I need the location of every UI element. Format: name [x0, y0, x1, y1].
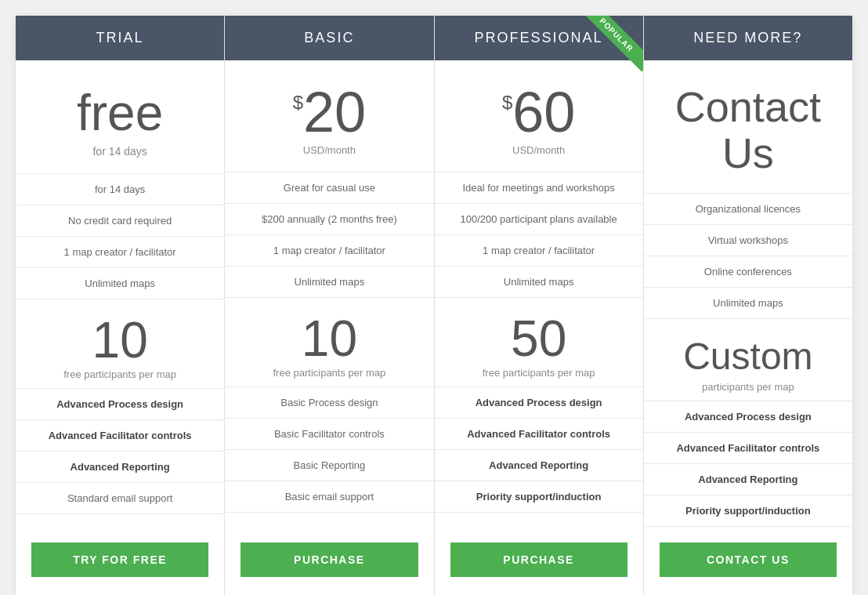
features-top-enterprise: Organizational licencesVirtual workshops…: [644, 194, 852, 319]
plan-price-basic: $ 20 USD/month: [225, 60, 433, 172]
price-currency: $: [293, 93, 303, 112]
feature-item: Basic email support: [225, 481, 433, 513]
features-top-trial: for 14 daysNo credit card required1 map …: [16, 174, 224, 299]
price-unit: USD/month: [233, 144, 425, 156]
plan-header-basic: BASIC: [225, 16, 433, 60]
participants-basic: 10free participants per map: [225, 298, 433, 387]
participants-trial: 10free participants per map: [16, 299, 224, 389]
plan-header-trial: TRIAL: [16, 16, 224, 60]
feature-item: Unlimited maps: [644, 288, 852, 319]
feature-item: Advanced Facilitator controls: [644, 433, 852, 464]
feature-item: 1 map creator / facilitator: [16, 237, 224, 268]
plan-footer-professional: PURCHASE: [435, 527, 643, 595]
participants-number: 10: [24, 315, 216, 365]
feature-item: 100/200 participant plans available: [435, 204, 643, 235]
feature-item: 1 map creator / facilitator: [225, 235, 433, 267]
feature-item: Priority support/induction: [644, 495, 852, 527]
participants-number: 50: [443, 314, 635, 364]
feature-item: Online conferences: [644, 256, 852, 288]
participants-label: free participants per map: [443, 367, 635, 379]
plan-price-trial: freefor 14 days: [16, 60, 224, 174]
feature-item: Organizational licences: [644, 194, 852, 225]
feature-item: Advanced Process design: [16, 389, 224, 420]
plan-footer-enterprise: CONTACT US: [644, 527, 852, 595]
feature-item: No credit card required: [16, 205, 224, 237]
participants-enterprise: Customparticipants per map: [644, 319, 852, 401]
participants-number: 10: [233, 314, 425, 364]
feature-item: Advanced Facilitator controls: [435, 419, 643, 450]
feature-item: Basic Reporting: [225, 450, 433, 481]
feature-item: Advanced Facilitator controls: [16, 420, 224, 452]
price-currency: $: [502, 93, 512, 112]
price-value: $ 20: [233, 84, 425, 140]
participants-number: Custom: [652, 335, 844, 378]
features-bottom-basic: Basic Process designBasic Facilitator co…: [225, 387, 433, 513]
price-sub: for 14 days: [24, 145, 216, 158]
feature-item: Priority support/induction: [435, 481, 643, 513]
feature-item: Standard email support: [16, 483, 224, 514]
feature-item: Great for casual use: [225, 172, 433, 204]
cta-button-professional[interactable]: PURCHASE: [450, 542, 627, 577]
price-contact: Contact Us: [652, 84, 844, 177]
feature-item: Advanced Process design: [435, 387, 643, 419]
plan-basic: BASIC $ 20 USD/monthGreat for casual use…: [225, 16, 434, 595]
plan-trial: TRIALfreefor 14 daysfor 14 daysNo credit…: [16, 16, 225, 595]
plan-footer-basic: PURCHASE: [225, 527, 433, 595]
feature-item: Basic Process design: [225, 387, 433, 419]
feature-item: Basic Facilitator controls: [225, 419, 433, 450]
plan-header-enterprise: NEED MORE?: [644, 16, 852, 60]
plan-price-enterprise: Contact Us: [644, 60, 852, 194]
feature-item: Unlimited maps: [225, 267, 433, 298]
cta-button-trial[interactable]: TRY FOR FREE: [31, 542, 208, 577]
feature-item: for 14 days: [16, 174, 224, 205]
features-bottom-trial: Advanced Process designAdvanced Facilita…: [16, 389, 224, 514]
features-top-basic: Great for casual use$200 annually (2 mon…: [225, 172, 433, 298]
cta-button-basic[interactable]: PURCHASE: [241, 542, 418, 577]
feature-item: 1 map creator / facilitator: [435, 235, 643, 267]
price-unit: USD/month: [443, 144, 635, 156]
feature-item: Unlimited maps: [435, 267, 643, 298]
participants-label: free participants per map: [24, 368, 216, 380]
features-bottom-enterprise: Advanced Process designAdvanced Facilita…: [644, 401, 852, 527]
plan-enterprise: NEED MORE?Contact UsOrganizational licen…: [644, 16, 852, 595]
participants-label: free participants per map: [233, 367, 425, 379]
features-top-professional: Ideal for meetings and workshops100/200 …: [435, 172, 643, 298]
cta-button-enterprise[interactable]: CONTACT US: [660, 542, 837, 577]
feature-item: Advanced Reporting: [644, 464, 852, 495]
participants-label: participants per map: [652, 381, 844, 393]
feature-item: Advanced Reporting: [16, 452, 224, 483]
price-value: $ 60: [443, 84, 635, 140]
feature-item: Ideal for meetings and workshops: [435, 172, 643, 204]
plan-footer-trial: TRY FOR FREE: [16, 527, 224, 595]
feature-item: Virtual workshops: [644, 225, 852, 256]
plan-professional: Popular PROFESSIONAL $ 60 USD/monthIdeal…: [435, 16, 644, 595]
price-value: free: [24, 84, 216, 142]
popular-badge-text: Popular: [580, 16, 643, 71]
participants-professional: 50free participants per map: [435, 298, 643, 387]
feature-item: Unlimited maps: [16, 268, 224, 299]
pricing-table: TRIALfreefor 14 daysfor 14 daysNo credit…: [16, 16, 852, 595]
feature-item: Advanced Process design: [644, 401, 852, 433]
features-bottom-professional: Advanced Process designAdvanced Facilita…: [435, 387, 643, 513]
popular-badge: Popular: [580, 16, 643, 78]
price-number: 20: [303, 84, 366, 140]
feature-item: $200 annually (2 months free): [225, 204, 433, 235]
price-number: 60: [512, 84, 575, 140]
feature-item: Advanced Reporting: [435, 450, 643, 481]
